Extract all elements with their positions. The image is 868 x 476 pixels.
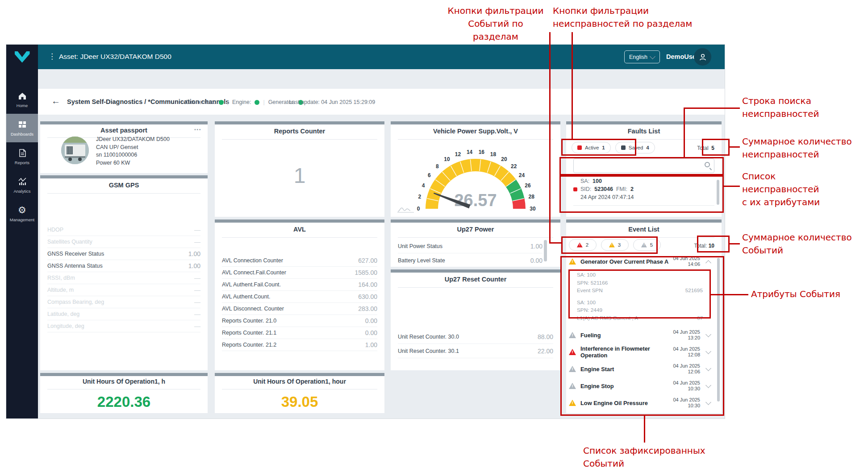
avl-rows: AVL Connection Counter627.00 AVL Connect…: [222, 255, 377, 351]
svg-text:14: 14: [467, 149, 473, 155]
svg-text:24: 24: [519, 172, 525, 178]
divider: |: [263, 99, 264, 105]
card-title: AVL: [215, 226, 384, 233]
card-top-bar: [40, 373, 208, 376]
reports-counter-card: Reports Counter 1: [215, 121, 384, 217]
annotation-line: [724, 186, 740, 187]
asset-serial: sn 11001000006: [96, 151, 170, 159]
language-selector[interactable]: English: [624, 50, 660, 63]
annotation-box-faults-filters: [561, 139, 636, 156]
svg-text:10: 10: [444, 156, 450, 162]
header-kebab-icon[interactable]: ⋮: [48, 52, 56, 61]
annotation-line: [572, 32, 573, 140]
sidebar-item-label: Dashboards: [11, 132, 33, 137]
dashboards-icon: [17, 120, 27, 129]
card-top-bar: [40, 121, 208, 124]
annotation-line: [549, 32, 551, 244]
card-title: Unit Hours Of Operation1, h: [40, 378, 208, 385]
metric-row: Compass Bearing, deg—: [47, 296, 200, 308]
metric-row: Reports Counter. 21.21.00: [222, 339, 377, 351]
annotation-box-faults-search: [559, 157, 724, 175]
card-top-bar: [566, 121, 722, 124]
user-avatar[interactable]: [694, 48, 711, 66]
card-title: Event List: [566, 226, 722, 233]
metric-row: HDOP—: [47, 224, 200, 236]
svg-text:18: 18: [490, 151, 497, 157]
scrollbar-thumb[interactable]: [544, 240, 547, 261]
asset-power: Power 60 KW: [96, 159, 170, 167]
card-top-bar: [391, 269, 560, 273]
svg-text:0: 0: [417, 206, 420, 212]
up27-reset-rows: Unit Reset Counter. 30.088.00 Unit Reset…: [398, 330, 553, 358]
annotation-line: [684, 108, 740, 109]
metric-row: Satellites Quantity—: [47, 236, 200, 248]
card-title: Reports Counter: [215, 128, 384, 135]
svg-text:28: 28: [529, 194, 535, 200]
card-title: Faults List: [566, 128, 722, 135]
sidebar-item-home[interactable]: Home: [6, 85, 38, 114]
hours-hour-value: 39.05: [215, 393, 384, 410]
connection-status-dot: [219, 100, 224, 105]
engine-status-label: Engine:: [232, 99, 251, 105]
back-arrow-icon[interactable]: ←: [51, 96, 60, 106]
annotation-line: [730, 243, 740, 244]
card-title: Up27 Reset Counter: [391, 276, 560, 283]
metric-row: RSSI, dBm—: [47, 272, 200, 284]
annotation-events-total: Суммарное количествоСобытий: [742, 231, 867, 257]
metric-row: Altitude, m—: [47, 284, 200, 296]
gsm-gps-card: GSM GPS HDOP— Satellites Quantity— GNSS …: [40, 175, 208, 370]
sidebar-item-dashboards[interactable]: Dashboards: [6, 114, 38, 142]
asset-photo: [61, 137, 89, 164]
svg-text:2: 2: [418, 194, 421, 200]
svg-text:6: 6: [428, 172, 431, 178]
asset-info: JDeer UX32/DATAKOM D500 CAN UP/ Genset s…: [96, 136, 170, 167]
sidebar-item-label: Management: [10, 217, 34, 222]
svg-text:30: 30: [530, 206, 536, 212]
card-menu-icon[interactable]: •••: [194, 127, 201, 132]
metric-row: GNSS Receiver Status1.00: [47, 248, 200, 260]
svg-text:20: 20: [501, 156, 507, 162]
sidebar-item-analytics[interactable]: Analytics: [6, 171, 38, 199]
metric-row: Reports Counter. 21.00.00: [222, 315, 377, 327]
gauge-card: Vehicle Power Supp.Volt., V 024681012141…: [391, 121, 560, 217]
annotation-box-faults-list: [559, 175, 724, 213]
card-top-bar: [566, 219, 722, 223]
card-title: GSM GPS: [40, 182, 208, 189]
svg-text:26: 26: [525, 182, 531, 189]
hours-h-value: 2220.36: [40, 393, 208, 410]
card-title: Asset passport: [40, 127, 208, 134]
card-top-bar: [215, 219, 384, 223]
voltage-gauge: 02468101214161820222426283026.57: [391, 141, 560, 216]
metric-row: AVL Connection Counter627.00: [222, 255, 377, 267]
up27-power-card: Up27 Power Unit Power Status1.00 Battery…: [391, 219, 560, 267]
reports-icon: [17, 148, 27, 158]
avl-card: AVL AVL Connection Counter627.00 AVL Con…: [215, 219, 384, 370]
sidebar-item-label: Home: [17, 103, 28, 108]
metric-row: Battery Level State0.00: [398, 253, 542, 268]
reports-counter-value: 1: [215, 163, 384, 188]
card-title: Up27 Power: [391, 226, 560, 233]
sidebar-nav: Home Dashboards Reports: [6, 69, 38, 418]
svg-text:22: 22: [511, 163, 517, 170]
engine-status-dot: [255, 100, 259, 105]
sparkline-icon[interactable]: [397, 204, 415, 214]
gear-icon: ⚙: [18, 205, 26, 215]
metric-row: Reports Counter. 21.10.00: [222, 327, 377, 339]
up27-power-rows: Unit Power Status1.00 Battery Level Stat…: [398, 239, 542, 268]
asset-passport-card: Asset passport ••• JDeer UX32/DATAKOM D5…: [40, 121, 208, 173]
last-update-label: Last update: 04 Jun 2025 15:29:09: [289, 99, 375, 105]
metric-row: Unit Reset Counter. 30.122.00: [398, 344, 553, 358]
svg-text:16: 16: [479, 149, 485, 155]
asset-type: CAN UP/ Genset: [96, 144, 170, 152]
app-logo[interactable]: [6, 45, 38, 69]
screenshot-stage: ⋮ Asset: JDeer UX32/DATAKOM D500 English…: [0, 0, 868, 476]
metric-row: AVL Authent.Fail.Count.164.00: [222, 279, 377, 291]
sidebar-item-management[interactable]: ⚙ Management: [6, 199, 38, 228]
analytics-icon: [17, 177, 27, 186]
asset-title: Asset: JDeer UX32/DATAKOM D500: [59, 53, 171, 61]
svg-text:12: 12: [455, 151, 461, 157]
sidebar-item-reports[interactable]: Reports: [6, 142, 38, 171]
annotation-faults-total: Суммарное количествонеисправностей: [742, 135, 867, 161]
annotation-line: [730, 146, 740, 148]
hours-hour-card: Unit Hours Of Operation1, hour 39.05: [215, 373, 384, 413]
